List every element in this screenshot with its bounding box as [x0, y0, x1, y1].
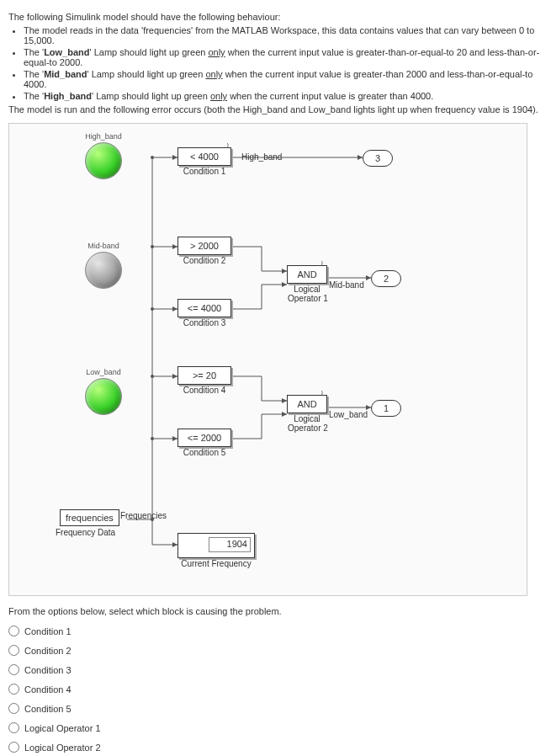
- tag-2: 2: [371, 270, 401, 287]
- block-display: 1904 Current Frequency: [177, 533, 255, 558]
- option-condition-5[interactable]: Condition 5: [8, 703, 543, 714]
- spec-item-4: The 'High_band' Lamp should light up gre…: [24, 91, 543, 101]
- svg-point-16: [151, 437, 154, 440]
- simulink-diagram: High_band Mid-band Low_band < 4000 Condi…: [8, 123, 527, 596]
- svg-point-18: [151, 307, 154, 311]
- and2-label: LogicalOperator 2: [288, 414, 326, 433]
- option-condition-1[interactable]: Condition 1: [8, 626, 543, 636]
- radio-logical-op-2[interactable]: [8, 742, 19, 753]
- wifi-icon: ⌇: [226, 142, 230, 150]
- block-condition-4: >= 20 Condition 4: [177, 366, 231, 385]
- and1-signal: Mid-band: [329, 280, 364, 290]
- lamp-high-label: High_band: [85, 132, 122, 141]
- cond2-op: > 2000: [190, 241, 219, 251]
- cond3-op: <= 4000: [188, 303, 221, 313]
- cond4-label: Condition 4: [178, 386, 230, 395]
- and1-text: AND: [297, 269, 316, 280]
- cond4-op: >= 20: [193, 370, 216, 381]
- tag-1: 1: [371, 400, 401, 417]
- question-area: From the options below, select which blo…: [8, 606, 543, 753]
- block-condition-2: > 2000 Condition 2: [177, 237, 231, 255]
- option-condition-4[interactable]: Condition 4: [8, 684, 543, 695]
- svg-point-20: [151, 156, 154, 159]
- radio-condition-2[interactable]: [8, 645, 19, 656]
- src-label: Frequency Data: [56, 528, 115, 537]
- cond3-label: Condition 3: [178, 318, 230, 327]
- block-logical-op-2: AND LogicalOperator 2: [287, 395, 327, 413]
- spec-item-1: The model reads in the data 'frequencies…: [24, 25, 543, 45]
- tag-3: 3: [363, 150, 393, 167]
- display-label: Current Frequency: [178, 559, 254, 568]
- option-condition-3[interactable]: Condition 3: [8, 664, 543, 675]
- spec-item-3: The 'Mid_band' Lamp should light up gree…: [24, 69, 543, 89]
- lamp-high-icon: [85, 142, 122, 179]
- wifi-icon-3: ⌇: [321, 390, 324, 397]
- wifi-icon-2: ⌇: [321, 260, 324, 268]
- lamp-mid-band: Mid-band: [85, 242, 122, 290]
- display-value: 1904: [209, 537, 251, 552]
- cond2-label: Condition 2: [178, 256, 230, 265]
- cond1-op: < 4000: [190, 152, 219, 162]
- and2-text: AND: [297, 399, 316, 409]
- radio-condition-4[interactable]: [8, 684, 19, 695]
- lamp-high-band: High_band: [85, 132, 122, 181]
- problem-intro: The following Simulink model should have…: [8, 12, 543, 114]
- cond5-label: Condition 5: [178, 448, 230, 457]
- radio-condition-3[interactable]: [8, 664, 19, 675]
- cond1-signal: High_band: [241, 152, 282, 162]
- radio-condition-5[interactable]: [8, 703, 19, 714]
- spec-list: The model reads in the data 'frequencies…: [24, 25, 543, 101]
- option-logical-op-1[interactable]: Logical Operator 1: [8, 722, 543, 733]
- lamp-low-band: Low_band: [85, 368, 122, 417]
- lamp-low-icon: [85, 378, 122, 415]
- option-logical-op-2[interactable]: Logical Operator 2: [8, 742, 543, 753]
- src-name: frequencies: [66, 513, 114, 523]
- run-note: The model is run and the following error…: [8, 104, 543, 114]
- svg-point-17: [151, 375, 154, 378]
- block-logical-op-1: AND LogicalOperator 1: [287, 265, 327, 284]
- question-prompt: From the options below, select which blo…: [8, 606, 543, 616]
- and2-signal: Low_band: [329, 410, 368, 419]
- block-frequency-source: frequencies: [60, 509, 119, 526]
- spec-item-2: The 'Low_band' Lamp should light up gree…: [24, 47, 543, 67]
- src-port-label: Frequencies: [120, 511, 167, 520]
- lamp-mid-icon: [85, 252, 122, 289]
- option-condition-2[interactable]: Condition 2: [8, 645, 543, 656]
- cond1-label: Condition 1: [178, 167, 230, 176]
- block-condition-3: <= 4000 Condition 3: [177, 299, 231, 317]
- radio-logical-op-1[interactable]: [8, 722, 19, 733]
- block-condition-1: < 4000 Condition 1: [177, 147, 231, 166]
- cond5-op: <= 2000: [188, 433, 221, 443]
- and1-label: LogicalOperator 1: [288, 285, 326, 303]
- block-condition-5: <= 2000 Condition 5: [177, 429, 231, 447]
- intro-lead: The following Simulink model should have…: [8, 12, 543, 22]
- lamp-low-label: Low_band: [85, 368, 122, 376]
- svg-point-19: [151, 245, 154, 248]
- lamp-mid-label: Mid-band: [85, 242, 122, 250]
- radio-condition-1[interactable]: [8, 626, 19, 636]
